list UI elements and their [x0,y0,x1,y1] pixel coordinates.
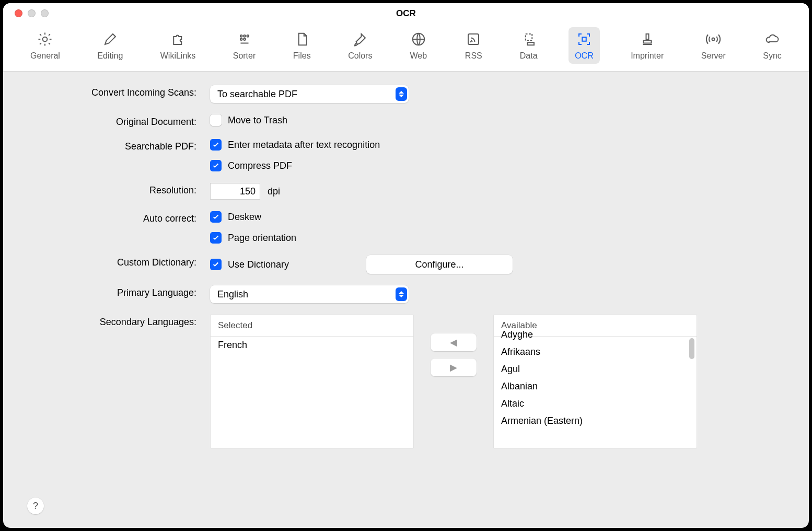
page-orientation-checkbox[interactable] [210,232,222,244]
list-item[interactable]: Altaic [494,395,697,412]
list-item[interactable]: Agul [494,361,697,378]
tab-label: WikiLinks [160,51,196,61]
label-custom-dictionary: Custom Dictionary: [24,255,196,268]
list-item[interactable]: Armenian (Eastern) [494,412,697,430]
svg-point-5 [243,38,246,40]
primary-language-popup[interactable]: English [210,285,409,303]
tab-label: RSS [465,51,482,61]
tab-label: Colors [348,51,372,61]
tab-imprinter[interactable]: Imprinter [624,27,670,64]
resolution-unit: dpi [268,186,280,197]
tab-web[interactable]: Web [403,27,434,64]
ocr-scan-icon [575,30,593,48]
tab-data[interactable]: Data [514,27,544,64]
tab-label: Files [293,51,311,61]
tab-label: Web [410,51,427,61]
tab-label: Imprinter [631,51,664,61]
paintbrush-icon [351,30,369,48]
zoom-window-button[interactable] [41,9,49,17]
help-button[interactable]: ? [27,498,44,514]
tab-sorter[interactable]: Sorter [227,27,262,64]
document-icon [293,30,311,48]
svg-point-8 [470,41,472,43]
minimize-window-button[interactable] [28,9,36,17]
tab-sync[interactable]: Sync [757,27,788,64]
tab-server[interactable]: Server [695,27,732,64]
tab-label: Server [701,51,726,61]
use-dictionary-checkbox[interactable] [210,259,222,270]
titlebar: OCR General Editing WikiLinks Sorter [3,3,809,72]
secondary-languages-picker: Selected French ◀ ▶ Available [210,315,788,448]
svg-point-2 [243,35,246,37]
selected-languages-list[interactable]: Selected French [210,315,414,448]
list-item[interactable]: Afrikaans [494,343,697,361]
tab-label: Editing [97,51,123,61]
prefs-content: Convert Incoming Scans: To searchable PD… [3,72,809,528]
gear-icon [36,30,54,48]
triangle-left-icon: ◀ [450,337,457,348]
svg-point-4 [240,38,242,40]
move-to-trash-checkbox[interactable] [210,114,222,126]
pencil-icon [101,30,119,48]
close-window-button[interactable] [15,9,22,17]
resolution-input[interactable] [210,183,260,200]
globe-icon [410,30,427,48]
tab-label: Sorter [233,51,256,61]
tab-rss[interactable]: RSS [458,27,489,64]
button-label: Configure... [415,259,464,270]
move-right-button[interactable]: ▶ [431,359,477,376]
move-left-button[interactable]: ◀ [431,333,477,351]
triangle-right-icon: ▶ [450,362,457,373]
data-icon [520,30,538,48]
enter-metadata-checkbox[interactable] [210,139,222,151]
prefs-toolbar: General Editing WikiLinks Sorter Files [3,24,809,71]
deskew-checkbox[interactable] [210,211,222,223]
available-languages-list[interactable]: Available Adyghe Afrikaans Agul Albanian… [493,315,697,448]
broadcast-icon [704,30,722,48]
preferences-window: OCR General Editing WikiLinks Sorter [3,3,809,528]
help-icon: ? [33,501,38,512]
tab-wikilinks[interactable]: WikiLinks [154,27,202,64]
svg-point-3 [247,35,249,37]
label-searchable-pdf: Searchable PDF: [24,139,196,152]
rss-icon [465,30,482,48]
tab-ocr[interactable]: OCR [569,27,600,64]
use-dictionary-label: Use Dictionary [228,259,289,270]
compress-pdf-checkbox[interactable] [210,160,222,171]
popup-value: To searchable PDF [217,89,297,100]
label-resolution: Resolution: [24,183,196,196]
label-auto-correct: Auto correct: [24,211,196,224]
popup-value: English [217,289,248,300]
label-original-document: Original Document: [24,114,196,128]
window-controls [3,9,49,17]
label-primary-language: Primary Language: [24,285,196,298]
list-item[interactable]: French [211,337,413,354]
deskew-label: Deskew [228,212,261,223]
stamp-icon [639,30,656,48]
tab-label: OCR [575,51,594,61]
tab-colors[interactable]: Colors [342,27,378,64]
move-to-trash-label: Move to Trash [228,115,287,126]
label-secondary-languages: Secondary Languages: [24,315,196,328]
tab-label: Data [520,51,538,61]
tab-general[interactable]: General [24,27,66,64]
list-item[interactable]: Albanian [494,378,697,395]
puzzle-icon [169,30,187,48]
move-buttons: ◀ ▶ [427,333,480,376]
svg-rect-9 [582,37,586,41]
chevron-updown-icon [396,287,407,301]
window-title: OCR [3,3,809,24]
tab-label: Sync [763,51,782,61]
tab-editing[interactable]: Editing [91,27,129,64]
svg-point-1 [240,35,242,37]
scrollbar-thumb[interactable] [689,338,694,359]
tab-label: General [30,51,60,61]
chevron-updown-icon [396,87,407,101]
label-convert-incoming: Convert Incoming Scans: [24,85,196,98]
convert-incoming-popup[interactable]: To searchable PDF [210,85,409,103]
cloud-icon [763,30,781,48]
tab-files[interactable]: Files [287,27,317,64]
configure-dictionary-button[interactable]: Configure... [366,255,513,274]
enter-metadata-label: Enter metadata after text recognition [228,140,380,151]
sorter-icon [236,30,253,48]
